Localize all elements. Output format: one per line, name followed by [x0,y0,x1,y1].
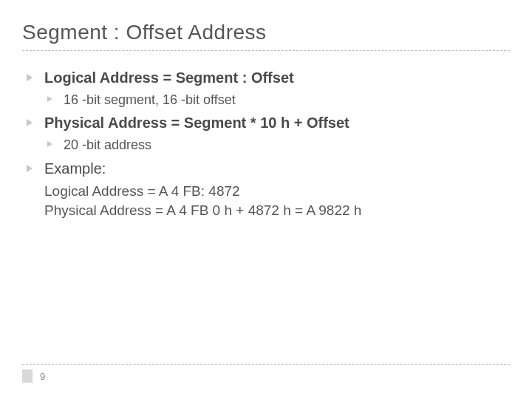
subbullet-16bit: 16 -bit segment, 16 -bit offset [22,91,510,109]
example-body: Logical Address = A 4 FB: 4872 Physical … [22,182,510,221]
title-divider [22,50,510,51]
footer-divider [22,364,510,365]
title-block: Segment : Offset Address [22,21,510,51]
slide: Segment : Offset Address Logical Address… [0,0,532,399]
subbullet-20bit: 20 -bit address [22,136,510,154]
bullet-example: Example: [22,159,510,179]
content-area: Logical Address = Segment : Offset 16 -b… [22,68,510,221]
example-line-1: Logical Address = A 4 FB: 4872 [44,182,510,202]
bullet-physical-address: Physical Address = Segment * 10 h + Offs… [22,113,510,133]
footer: 9 [22,364,510,383]
footer-row: 9 [22,369,510,383]
example-line-2: Physical Address = A 4 FB 0 h + 4872 h =… [44,201,510,221]
slide-title: Segment : Offset Address [22,21,510,44]
bullet-logical-address: Logical Address = Segment : Offset [22,68,510,88]
page-number: 9 [40,371,45,382]
footer-block-icon [22,369,33,383]
